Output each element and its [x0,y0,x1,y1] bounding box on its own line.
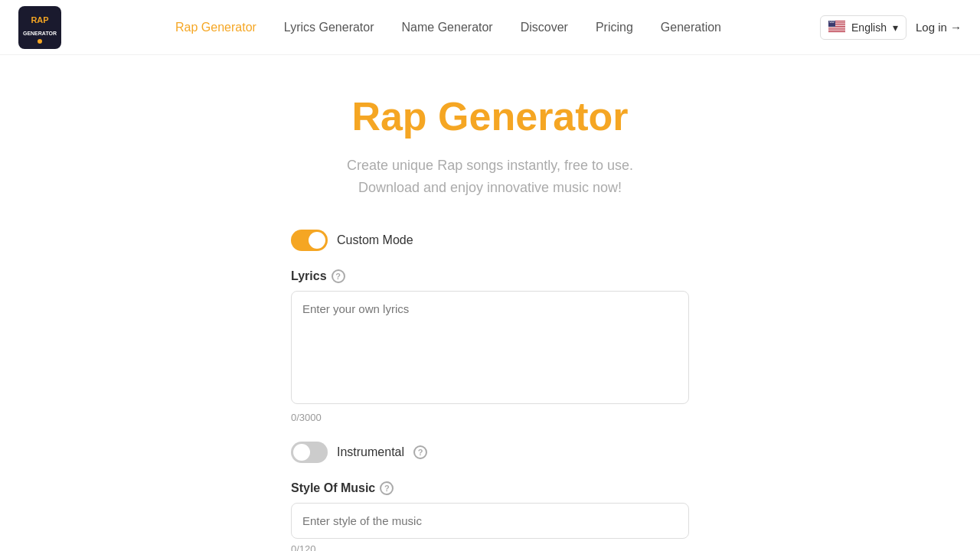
svg-rect-8 [828,27,845,28]
lyrics-char-count: 0/3000 [291,412,689,423]
nav-generation[interactable]: Generation [661,21,721,34]
lyrics-textarea[interactable] [291,291,689,404]
svg-point-20 [833,21,834,22]
svg-rect-10 [828,30,845,31]
instrumental-slider [291,442,328,463]
page-title: Rap Generator [351,93,628,139]
page-subtitle: Create unique Rap songs instantly, free … [347,155,633,199]
main-content: Rap Generator Create unique Rap songs in… [0,55,980,551]
svg-point-14 [831,21,832,21]
lyrics-label-row: Lyrics ? [291,269,689,283]
lyrics-label: Lyrics [291,269,327,283]
logo[interactable]: RAP GENERATOR [18,6,61,49]
svg-point-18 [831,21,831,22]
custom-mode-label: Custom Mode [337,233,413,247]
chevron-down-icon: ▾ [893,21,898,34]
login-link[interactable]: Log in → [916,21,962,34]
nav-pricing[interactable]: Pricing [596,21,633,34]
svg-point-3 [38,39,42,44]
svg-point-13 [831,21,831,21]
flag-icon [828,21,845,34]
nav-rap-generator[interactable]: Rap Generator [175,21,256,34]
svg-text:RAP: RAP [31,15,48,24]
site-header: RAP GENERATOR Rap Generator Lyrics Gener… [0,0,980,55]
instrumental-row: Instrumental ? [291,442,689,463]
svg-point-16 [834,21,835,21]
svg-point-15 [833,21,834,21]
svg-point-17 [830,21,831,22]
svg-rect-9 [828,28,845,29]
svg-point-12 [829,21,830,21]
style-char-count: 0/120 [291,543,689,551]
svg-text:GENERATOR: GENERATOR [23,31,57,36]
custom-mode-toggle[interactable] [291,230,328,251]
lyrics-help-icon[interactable]: ? [332,269,345,283]
svg-point-19 [832,21,833,22]
style-help-icon[interactable]: ? [380,481,394,495]
style-label-row: Style Of Music ? [291,481,689,495]
generator-form: Custom Mode Lyrics ? 0/3000 Instrumental… [291,230,689,551]
nav-lyrics-generator[interactable]: Lyrics Generator [284,21,374,34]
lang-label: English [851,21,887,34]
header-right: English ▾ Log in → [820,15,962,40]
language-selector[interactable]: English ▾ [820,15,906,40]
instrumental-toggle[interactable] [291,442,328,463]
nav-discover[interactable]: Discover [521,21,568,34]
instrumental-help-icon[interactable]: ? [413,445,427,459]
style-input[interactable] [291,503,689,539]
nav-name-generator[interactable]: Name Generator [402,21,493,34]
main-nav: Rap Generator Lyrics Generator Name Gene… [92,21,805,34]
custom-mode-slider [291,230,328,251]
style-label: Style Of Music [291,481,375,495]
instrumental-label: Instrumental [337,445,404,459]
custom-mode-row: Custom Mode [291,230,689,251]
